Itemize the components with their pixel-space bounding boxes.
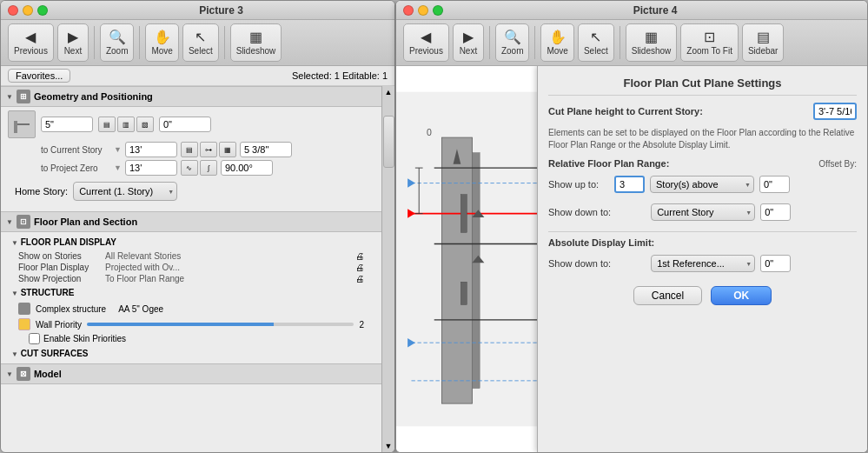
- relative-header: Relative Floor Plan Range:: [548, 158, 669, 169]
- window-title-left: Picture 3: [55, 4, 388, 17]
- previous-button-right[interactable]: ◀ Previous: [403, 23, 449, 62]
- move-label-left: Move: [151, 46, 172, 56]
- icon-btn-5[interactable]: ⊶: [200, 142, 217, 157]
- icon-buttons-row3: ∿ ∫: [181, 160, 217, 176]
- angle-input[interactable]: [159, 117, 211, 132]
- icon-btn-8[interactable]: ∫: [200, 160, 217, 176]
- icon-btn-4[interactable]: ▤: [181, 142, 198, 157]
- scroll-up-btn[interactable]: ▲: [383, 86, 394, 98]
- enable-skin-checkbox[interactable]: [29, 333, 40, 344]
- icon-buttons-row2: ▤ ⊶ ▦: [181, 142, 236, 157]
- project-zero-label: to Project Zero: [41, 163, 110, 173]
- show-up-to-label: Show up to:: [548, 179, 609, 190]
- arrow-right-icon: ▶: [68, 30, 78, 44]
- width-input[interactable]: [41, 117, 93, 132]
- geometry-icon: ⊞: [17, 90, 30, 103]
- arrow-down-icon2: ▼: [114, 163, 122, 172]
- minimize-icon-right[interactable]: [418, 5, 428, 16]
- project-zero-input[interactable]: [125, 160, 177, 176]
- scroll-container: ▼ ⊞ Geometry and Positioning ▤ ▥ ▧: [1, 86, 394, 452]
- show-down-to-dropdown-wrapper[interactable]: Current Story: [651, 203, 755, 221]
- geometry-section-header[interactable]: ▼ ⊞ Geometry and Positioning: [1, 86, 381, 107]
- select-button-left[interactable]: ↖ Select: [182, 23, 219, 62]
- move-button-left[interactable]: ✋ Move: [145, 23, 178, 62]
- icon-btn-3[interactable]: ▧: [136, 117, 154, 132]
- right-main-content: 0 Floor Plan Cut Plane Settings Cut Plan…: [396, 66, 867, 452]
- svg-rect-0: [14, 121, 17, 133]
- show-up-to-select[interactable]: Story(s) above: [650, 176, 754, 193]
- separator-1: [94, 26, 95, 59]
- zoom-to-fit-label: Zoom To Fit: [686, 46, 732, 56]
- absolute-header-row: Absolute Display Limit:: [548, 231, 857, 248]
- show-down-to-label: Show down to:: [548, 207, 611, 217]
- icon-btn-1[interactable]: ▤: [98, 117, 116, 132]
- triangle-icon-geometry: ▼: [6, 93, 13, 101]
- cut-plane-input[interactable]: [813, 103, 857, 120]
- depth-input[interactable]: [240, 142, 292, 157]
- move-button-right[interactable]: ✋ Move: [540, 23, 573, 62]
- traffic-lights-right: [403, 5, 443, 16]
- zoom-button-right[interactable]: 🔍 Zoom: [495, 23, 530, 62]
- sidebar-button[interactable]: ▤ Sidebar: [742, 23, 784, 62]
- toolbar-left: ◀ Previous ▶ Next 🔍 Zoom ✋ Move ↖ Select…: [1, 20, 394, 66]
- close-icon-right[interactable]: [403, 5, 414, 16]
- abs-offset-input[interactable]: [760, 255, 791, 272]
- move-label-right: Move: [547, 46, 567, 56]
- rotation-input[interactable]: [221, 160, 273, 176]
- move-icon-right: ✋: [549, 30, 567, 44]
- show-up-to-dropdown-wrapper[interactable]: Story(s) above: [650, 176, 754, 193]
- cancel-button[interactable]: Cancel: [633, 286, 702, 305]
- svg-text:0: 0: [427, 128, 432, 137]
- icon-btn-2[interactable]: ▥: [117, 117, 135, 132]
- close-icon[interactable]: [8, 5, 18, 16]
- zoom-to-fit-button[interactable]: ⊡ Zoom To Fit: [680, 23, 739, 62]
- zoom-button-left[interactable]: 🔍 Zoom: [100, 23, 135, 62]
- move-icon-left: ✋: [154, 30, 171, 44]
- slideshow-button-left[interactable]: ▦ Slideshow: [230, 23, 282, 62]
- abs-show-down-select[interactable]: 1st Reference...: [651, 255, 755, 272]
- row-icon-1: 🖨: [355, 251, 364, 261]
- show-on-stories-row: Show on Stories All Relevant Stories 🖨: [8, 250, 374, 262]
- select-button-right[interactable]: ↖ Select: [578, 23, 614, 62]
- svg-rect-4: [472, 153, 480, 389]
- zoom-label-left: Zoom: [106, 46, 129, 56]
- abs-show-down-label: Show down to:: [548, 258, 611, 269]
- maximize-icon-right[interactable]: [433, 5, 443, 16]
- slideshow-button-right[interactable]: ▦ Slideshow: [626, 23, 678, 62]
- show-up-to-input[interactable]: [614, 176, 645, 193]
- previous-button-left[interactable]: ◀ Previous: [8, 23, 54, 62]
- floor-plan-section-header[interactable]: ▼ ⊡ Floor Plan and Section: [1, 211, 381, 232]
- icon-btn-7[interactable]: ∿: [181, 160, 198, 176]
- scroll-down-btn[interactable]: ▼: [383, 440, 394, 452]
- minimize-icon[interactable]: [23, 5, 33, 16]
- height-input[interactable]: [125, 142, 177, 157]
- icon-btn-6[interactable]: ▦: [219, 142, 236, 157]
- show-projection-row: Show Projection To Floor Plan Range 🖨: [8, 273, 374, 284]
- wall-priority-slider[interactable]: [87, 323, 354, 326]
- svg-rect-24: [461, 195, 467, 233]
- show-down-to-select[interactable]: Current Story: [651, 203, 755, 221]
- show-up-to-offset[interactable]: [759, 176, 790, 193]
- abs-dropdown-wrapper[interactable]: 1st Reference...: [651, 255, 755, 272]
- selected-info: Selected: 1 Editable: 1: [292, 70, 388, 81]
- enable-skin-row: Enable Skin Priorities: [8, 332, 374, 345]
- structure-header: ▼ STRUCTURE: [8, 286, 374, 299]
- home-story-select[interactable]: Current (1. Story): [73, 182, 177, 201]
- maximize-icon[interactable]: [37, 5, 48, 16]
- favorites-button[interactable]: Favorites...: [8, 69, 70, 83]
- slideshow-label-left: Slideshow: [236, 46, 276, 56]
- scroll-thumb[interactable]: [383, 116, 394, 168]
- scroll-bar-left[interactable]: ▲ ▼: [381, 86, 394, 452]
- show-down-to-offset[interactable]: [760, 203, 791, 221]
- next-button-right[interactable]: ▶ Next: [453, 23, 484, 62]
- separator-2: [139, 26, 140, 59]
- home-story-dropdown[interactable]: Current (1. Story): [73, 182, 177, 201]
- model-section-header[interactable]: ▼ ⊠ Model: [1, 363, 381, 384]
- separator-3: [224, 26, 225, 59]
- relative-header-row: Relative Floor Plan Range: Offset By:: [548, 158, 857, 169]
- next-button-left[interactable]: ▶ Next: [57, 23, 89, 62]
- floor-plan-icon: ⊡: [17, 215, 30, 229]
- separator-right-2: [534, 26, 535, 59]
- ok-button[interactable]: OK: [711, 286, 772, 305]
- floor-plan-display-header: ▼ FLOOR PLAN DISPLAY: [8, 236, 374, 249]
